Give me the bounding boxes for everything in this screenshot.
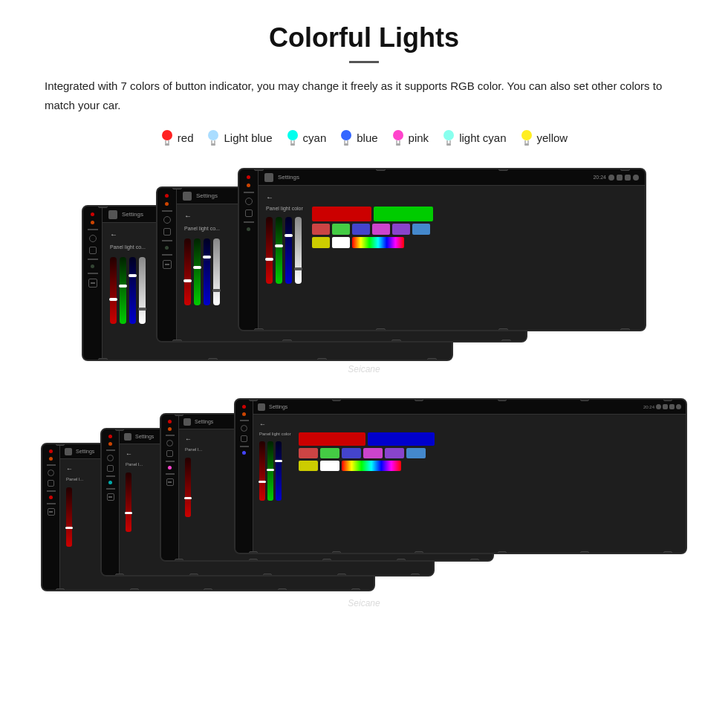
svg-rect-23: [446, 143, 451, 146]
color-item-red: red: [160, 129, 194, 146]
svg-point-20: [443, 130, 454, 140]
color-item-light-cyan: light cyan: [442, 129, 506, 146]
color-label: light cyan: [459, 131, 506, 144]
bottom-device-4: Settings 20:24 ← Panel l: [234, 398, 687, 554]
page-title: Colorful Lights: [30, 22, 698, 53]
svg-rect-19: [396, 143, 400, 146]
watermark-bottom: Seicane: [348, 598, 380, 608]
bulb-icon: [391, 129, 405, 146]
color-item-yellow: yellow: [520, 129, 568, 146]
bottom-devices-row: Settings ← Panel l...: [30, 398, 698, 617]
svg-rect-27: [524, 143, 529, 146]
bulb-icon: [160, 129, 174, 146]
svg-rect-7: [211, 143, 215, 146]
svg-point-4: [208, 130, 218, 140]
svg-point-24: [521, 130, 532, 140]
color-label: blue: [357, 131, 377, 144]
top-device-3: Settings 20:24 ← Panel l: [238, 168, 646, 331]
bulb-icon: [339, 129, 353, 146]
bulb-icon: [442, 129, 455, 146]
svg-point-0: [162, 130, 172, 140]
svg-point-12: [341, 130, 351, 140]
color-legend: redLight bluecyanbluepinklight cyanyello…: [30, 129, 698, 146]
page-container: Colorful Lights Integrated with 7 colors…: [0, 0, 728, 662]
bulb-icon: [520, 129, 533, 146]
bulb-icon: [286, 129, 299, 146]
svg-rect-15: [344, 143, 348, 146]
header-section: Colorful Lights Integrated with 7 colors…: [30, 22, 698, 114]
title-divider: [349, 61, 379, 63]
svg-point-16: [393, 130, 403, 140]
top-devices-row: Settings ← Panel light co...: [30, 168, 698, 383]
color-label: yellow: [537, 131, 568, 144]
color-label: pink: [409, 131, 429, 144]
svg-point-8: [287, 130, 298, 140]
watermark-top: Seicane: [348, 364, 380, 374]
color-item-blue: blue: [339, 129, 377, 146]
description-text: Integrated with 7 colors of button indic…: [45, 77, 683, 114]
color-item-Light-blue: Light blue: [207, 129, 272, 146]
bulb-icon: [207, 129, 220, 146]
color-item-pink: pink: [391, 129, 429, 146]
svg-rect-3: [165, 143, 169, 146]
svg-rect-11: [290, 143, 295, 146]
color-item-cyan: cyan: [286, 129, 327, 146]
color-label: cyan: [303, 131, 327, 144]
color-label: Light blue: [224, 131, 272, 144]
color-label: red: [178, 131, 194, 144]
